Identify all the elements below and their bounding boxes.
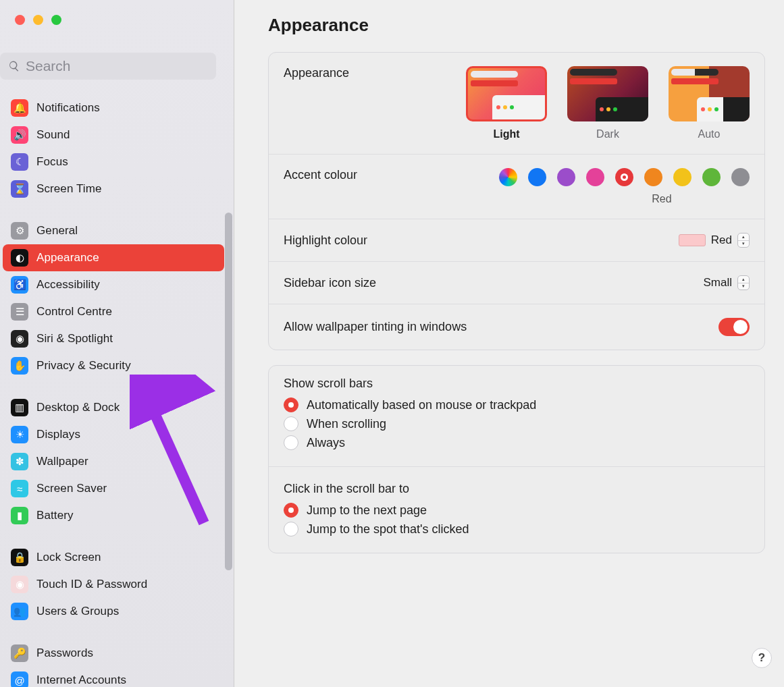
swave-icon: ≈ <box>11 480 28 497</box>
sliders-icon: ☰ <box>11 303 28 321</box>
search-field[interactable] <box>0 53 216 80</box>
sidebar-item-wallpaper[interactable]: ✽Wallpaper <box>3 448 224 475</box>
show-scroll-bars-option-2[interactable]: Always <box>284 435 750 450</box>
sidebar-item-passwords[interactable]: 🔑Passwords <box>3 640 224 667</box>
appearance-option-label: Light <box>466 128 547 140</box>
accent-swatch-red[interactable] <box>615 168 633 186</box>
sidebar-item-label: Desktop & Dock <box>36 401 120 414</box>
content: Appearance Appearance LightDarkAuto Acce… <box>234 0 784 687</box>
appearance-option-auto[interactable]: Auto <box>669 66 750 140</box>
flower-icon: ✽ <box>11 453 28 470</box>
show-scroll-bars-title: Show scroll bars <box>284 377 750 391</box>
show-scroll-bars-option-1[interactable]: When scrolling <box>284 416 750 431</box>
hourglass-icon: ⌛ <box>11 180 28 198</box>
sidebar-item-sound[interactable]: 🔊Sound <box>3 121 224 148</box>
appearance-row: Appearance LightDarkAuto <box>269 53 764 154</box>
sidebar: 🔔Notifications🔊Sound☾Focus⌛Screen Time⚙G… <box>0 0 234 687</box>
accent-swatch-multicolor[interactable] <box>499 168 517 186</box>
sidebar-item-touch-id-password[interactable]: ◉Touch ID & Password <box>3 571 224 598</box>
accent-swatch-pink[interactable] <box>586 168 604 186</box>
sidebar-item-label: Privacy & Security <box>36 359 131 373</box>
person-icon: ♿ <box>11 276 28 294</box>
moon-icon: ☾ <box>11 153 28 171</box>
sidebar-item-label: Touch ID & Password <box>36 578 147 591</box>
close-window-button[interactable] <box>15 15 25 25</box>
page-title: Appearance <box>268 15 765 36</box>
sidebar-item-label: Internet Accounts <box>36 674 126 687</box>
appearance-label: Appearance <box>284 66 466 80</box>
sidebar-item-label: Screen Saver <box>36 482 107 495</box>
sidebar-item-accessibility[interactable]: ♿Accessibility <box>3 271 224 298</box>
sidebar-item-label: Users & Groups <box>36 605 119 618</box>
sidebar-item-label: General <box>36 224 78 238</box>
sidebar-item-control-centre[interactable]: ☰Control Centre <box>3 298 224 325</box>
sidebar-item-internet-accounts[interactable]: @Internet Accounts <box>3 667 224 687</box>
sidebar-item-label: Control Centre <box>36 305 112 319</box>
sidebar-icon-size-popup[interactable]: Small ▴▾ <box>703 275 750 290</box>
batt-icon: ▮ <box>11 507 28 524</box>
accent-colour-swatches <box>499 168 750 186</box>
sidebar-item-label: Appearance <box>36 251 99 265</box>
sidebar-item-users-groups[interactable]: 👥Users & Groups <box>3 598 224 625</box>
accent-swatch-blue[interactable] <box>528 168 546 186</box>
sidebar-item-general[interactable]: ⚙General <box>3 217 224 244</box>
radio-icon <box>284 435 298 450</box>
radio-icon <box>284 397 298 412</box>
sidebar-item-lock-screen[interactable]: 🔒Lock Screen <box>3 544 224 571</box>
appearance-option-light[interactable]: Light <box>466 66 547 140</box>
hand-icon: ✋ <box>11 357 28 375</box>
search-input[interactable] <box>26 58 208 74</box>
gear-icon: ⚙ <box>11 222 28 240</box>
sidebar-item-appearance[interactable]: ◐Appearance <box>3 244 224 271</box>
sidebar-item-privacy-security[interactable]: ✋Privacy & Security <box>3 352 224 379</box>
appearance-option-dark[interactable]: Dark <box>567 66 648 140</box>
sidebar-item-siri-spotlight[interactable]: ◉Siri & Spotlight <box>3 325 224 352</box>
sidebar-item-focus[interactable]: ☾Focus <box>3 148 224 175</box>
appearance-option-label: Dark <box>567 128 648 140</box>
help-button[interactable]: ? <box>752 648 772 668</box>
bell-icon: 🔔 <box>11 99 28 117</box>
radio-label: Automatically based on mouse or trackpad <box>307 398 536 412</box>
appearance-panel: Appearance LightDarkAuto Accent colour R… <box>268 52 765 350</box>
sidebar-scrollbar[interactable] <box>225 213 232 570</box>
sidebar-item-label: Displays <box>36 428 80 441</box>
sidebar-item-screen-saver[interactable]: ≈Screen Saver <box>3 475 224 502</box>
scroll-panel: Show scroll bars Automatically based on … <box>268 365 765 553</box>
wallpaper-tinting-toggle[interactable] <box>718 318 750 336</box>
sidebar-item-label: Notifications <box>36 101 100 115</box>
accent-swatch-grey[interactable] <box>731 168 750 186</box>
zoom-window-button[interactable] <box>51 15 61 25</box>
radio-icon <box>284 503 298 518</box>
click-scroll-bar-option-1[interactable]: Jump to the spot that's clicked <box>284 522 750 537</box>
show-scroll-bars-option-0[interactable]: Automatically based on mouse or trackpad <box>284 397 750 412</box>
accent-swatch-orange[interactable] <box>644 168 662 186</box>
radio-label: When scrolling <box>307 417 386 431</box>
highlight-colour-swatch <box>679 234 706 246</box>
key-icon: 🔑 <box>11 644 28 662</box>
radio-label: Jump to the next page <box>307 503 427 518</box>
popup-stepper-icon: ▴▾ <box>737 275 750 290</box>
sidebar-item-screen-time[interactable]: ⌛Screen Time <box>3 175 224 202</box>
speaker-icon: 🔊 <box>11 126 28 144</box>
accent-swatch-yellow[interactable] <box>673 168 691 186</box>
accent-swatch-purple[interactable] <box>557 168 575 186</box>
highlight-colour-label: Highlight colour <box>284 233 679 248</box>
sidebar-icon-size-value: Small <box>703 276 732 290</box>
radio-icon <box>284 416 298 431</box>
click-scroll-bar-option-0[interactable]: Jump to the next page <box>284 503 750 518</box>
sidebar-item-displays[interactable]: ☀Displays <box>3 421 224 448</box>
wallpaper-tinting-row: Allow wallpaper tinting in windows <box>269 304 764 350</box>
appearance-option-label: Auto <box>669 128 750 140</box>
sidebar-item-battery[interactable]: ▮Battery <box>3 502 224 529</box>
radio-icon <box>284 522 298 537</box>
appearance-thumb <box>567 66 648 121</box>
sidebar-nav: 🔔Notifications🔊Sound☾Focus⌛Screen Time⚙G… <box>0 94 227 687</box>
appearance-thumb <box>466 66 547 121</box>
highlight-colour-popup[interactable]: Red ▴▾ <box>679 233 750 248</box>
accent-swatch-green[interactable] <box>702 168 721 186</box>
minimize-window-button[interactable] <box>33 15 43 25</box>
sidebar-item-notifications[interactable]: 🔔Notifications <box>3 94 224 121</box>
sidebar-item-desktop-dock[interactable]: ▥Desktop & Dock <box>3 394 224 421</box>
search-icon <box>8 60 20 72</box>
sidebar-icon-size-label: Sidebar icon size <box>284 276 703 290</box>
